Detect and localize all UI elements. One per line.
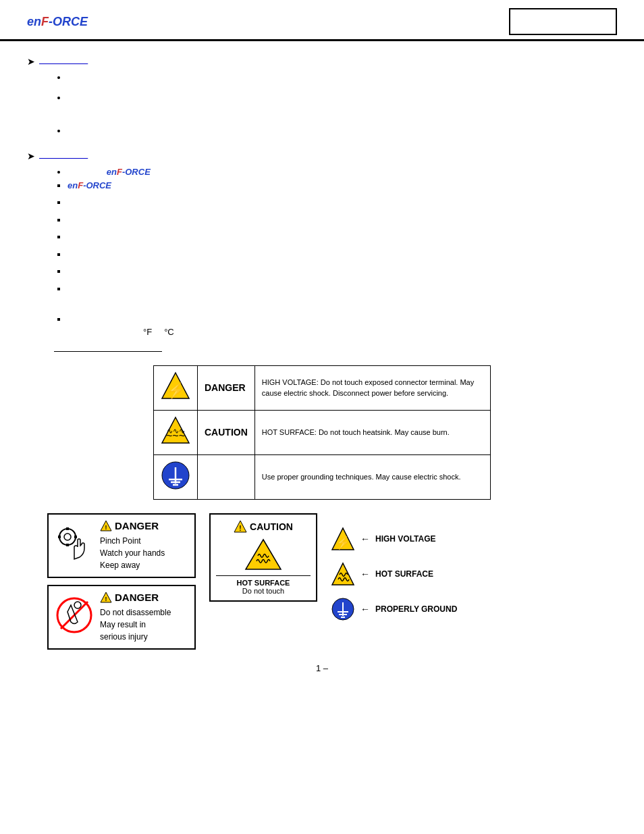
svg-rect-12 — [66, 527, 69, 530]
legend-hot-surface-label: HOT SURFACE — [375, 569, 433, 579]
warning-text-3: Use proper grounding techniques. May cau… — [254, 454, 490, 499]
warning-icon-cell-3 — [154, 454, 198, 499]
logo-dash: -ORCE — [49, 15, 88, 28]
logo-f: F — [41, 15, 49, 28]
svg-text:⚡: ⚡ — [167, 382, 186, 400]
svg-rect-15 — [74, 536, 77, 538]
enforce-brand-2: enF-ORCE — [68, 180, 111, 190]
page-header: enF-ORCE — [0, 0, 644, 41]
caution-label-top: ! CAUTION — [234, 520, 293, 533]
pinch-point-content: ! DANGER Pinch Point Watch your hands Ke… — [100, 520, 189, 571]
list-item — [68, 91, 617, 118]
section1-bullet-list — [68, 71, 617, 137]
high-voltage-icon: ⚡ — [161, 371, 190, 401]
svg-text:!: ! — [105, 524, 107, 531]
logo-en: en — [27, 15, 41, 28]
do-not-touch-label: Do not touch — [216, 587, 311, 595]
right-legend: ⚡ ← HIGH VOLTAGE ← HOT SURFACE — [331, 527, 457, 621]
list-item — [68, 71, 617, 84]
left-warning-boxes: ! DANGER Pinch Point Watch your hands Ke… — [47, 513, 196, 650]
list-item: °F °C — [68, 313, 617, 339]
warning-text-1: HIGH VOLTAGE: Do not touch exposed conne… — [254, 365, 490, 410]
list-item: enF-ORCE — [68, 179, 617, 192]
list-item — [68, 230, 617, 244]
section-2: ➤ enF-ORCE enF-ORCE — [27, 149, 617, 339]
svg-marker-28 — [332, 563, 354, 585]
legend-ground-label: PROPERLY GROUND — [375, 604, 457, 614]
pinch-icon-svg — [54, 520, 95, 564]
enforce-brand-1: enF-ORCE — [107, 167, 151, 177]
warning-label-2: CAUTION — [198, 410, 255, 454]
legend-arrow-2: ← — [360, 569, 370, 579]
list-item — [68, 248, 617, 261]
warning-label-1: DANGER — [198, 365, 255, 410]
legend-ground: ← PROPERLY GROUND — [331, 597, 457, 621]
no-disassemble-icon — [54, 592, 95, 637]
caution-text: CAUTION — [250, 521, 293, 532]
arrow-symbol-2: ➤ — [27, 151, 35, 161]
svg-point-20 — [74, 602, 81, 608]
legend-hot-icon — [331, 562, 355, 586]
section-divider — [54, 351, 162, 352]
list-item — [68, 265, 617, 278]
legend-high-voltage: ⚡ ← HIGH VOLTAGE — [331, 527, 457, 551]
ground-icon — [161, 461, 190, 490]
list-item — [68, 282, 617, 309]
legend-lightning-icon: ⚡ — [331, 527, 355, 551]
middle-section: ! CAUTION HOT SURFACE Do not touch — [209, 513, 317, 602]
table-row: ~~~ ∿∿∿ CAUTION HOT SURFACE: Do not touc… — [154, 410, 491, 454]
section2-arrow: ➤ — [27, 149, 617, 161]
danger-label-2: ! DANGER — [100, 592, 189, 604]
warning-icon-cell-1: ⚡ — [154, 365, 198, 410]
legend-high-voltage-label: HIGH VOLTAGE — [375, 534, 436, 544]
hot-surface-label: HOT SURFACE — [216, 579, 311, 587]
main-content: ➤ ➤ enF-ORCE — [0, 41, 644, 694]
svg-point-10 — [59, 529, 76, 545]
header-box — [509, 8, 617, 35]
legend-arrow-1: ← — [360, 533, 370, 544]
caution-triangle-icon: ! — [234, 520, 247, 533]
hot-surface-wavy-icon — [243, 538, 284, 571]
no-disassemble-svg — [54, 592, 95, 635]
list-item — [68, 124, 617, 138]
warning-table: ⚡ DANGER HIGH VOLTAGE: Do not touch expo… — [153, 365, 491, 500]
hot-surface-box: ! CAUTION HOT SURFACE Do not touch — [209, 513, 317, 602]
svg-rect-14 — [58, 536, 61, 538]
danger-label-1: ! DANGER — [100, 520, 189, 532]
pinch-point-box: ! DANGER Pinch Point Watch your hands Ke… — [47, 513, 196, 578]
section2-main-bullets: enF-ORCE enF-ORCE — [68, 165, 617, 339]
svg-text:!: ! — [105, 596, 107, 602]
hot-surface-icon: ~~~ ∿∿∿ — [161, 416, 190, 446]
legend-hot-surface: ← HOT SURFACE — [331, 562, 457, 586]
no-disassemble-box: ! DANGER Do not disassemble May result i… — [47, 585, 196, 650]
no-disassemble-text: Do not disassemble May result in serious… — [100, 606, 189, 643]
svg-marker-25 — [246, 540, 281, 569]
section1-arrow: ➤ — [27, 55, 617, 67]
hot-surface-bottom: HOT SURFACE Do not touch — [216, 575, 311, 595]
exclamation-triangle-icon-1: ! — [100, 520, 112, 532]
warning-icon-cell-2: ~~~ ∿∿∿ — [154, 410, 198, 454]
bottom-warning-section: ! DANGER Pinch Point Watch your hands Ke… — [47, 513, 597, 650]
svg-point-11 — [64, 533, 71, 540]
svg-text:!: ! — [239, 525, 241, 532]
section-1: ➤ — [27, 55, 617, 137]
section2-underline — [39, 149, 88, 159]
sub-bullet-list: enF-ORCE — [68, 179, 617, 339]
page-number: 1 – — [27, 663, 617, 673]
table-row: Use proper grounding techniques. May cau… — [154, 454, 491, 499]
section1-underline — [39, 55, 88, 65]
legend-ground-icon — [331, 597, 355, 621]
enforce-logo: enF-ORCE — [27, 15, 88, 29]
exclamation-triangle-icon-2: ! — [100, 592, 112, 604]
svg-text:⚡: ⚡ — [336, 536, 351, 550]
legend-arrow-3: ← — [360, 604, 370, 615]
warning-label-3 — [198, 454, 255, 499]
warning-text-2: HOT SURFACE: Do not touch heatsink. May … — [254, 410, 490, 454]
svg-text:∿∿∿: ∿∿∿ — [167, 427, 185, 435]
pinch-point-icon — [54, 520, 95, 566]
svg-rect-13 — [66, 544, 69, 546]
list-item: enF-ORCE enF-ORCE — [68, 165, 617, 339]
no-disassemble-content: ! DANGER Do not disassemble May result i… — [100, 592, 189, 643]
table-row: ⚡ DANGER HIGH VOLTAGE: Do not touch expo… — [154, 365, 491, 410]
pinch-point-text: Pinch Point Watch your hands Keep away — [100, 535, 189, 571]
